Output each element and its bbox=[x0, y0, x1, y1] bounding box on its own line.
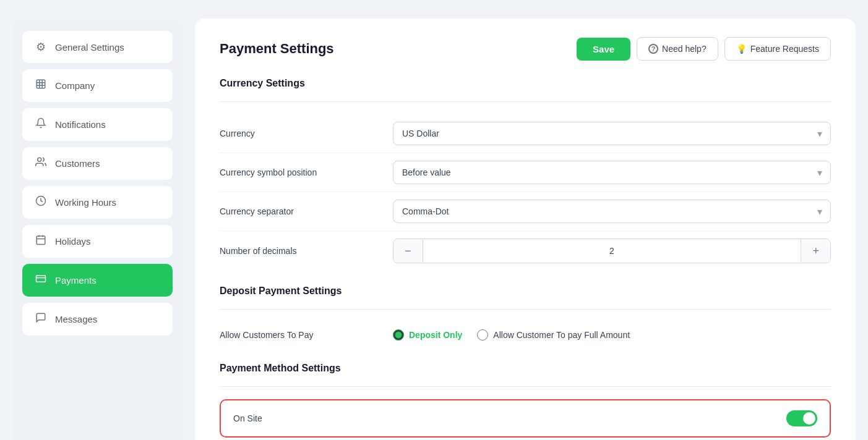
feature-label: Feature Requests bbox=[750, 44, 819, 54]
svg-rect-0 bbox=[37, 80, 45, 88]
sidebar-item-label: Company bbox=[55, 80, 95, 91]
sidebar-item-customers[interactable]: Customers bbox=[22, 147, 173, 180]
currency-separator-label: Currency separator bbox=[220, 206, 393, 216]
deposit-section-title: Deposit Payment Settings bbox=[220, 286, 831, 297]
currency-field-row: Currency US Dollar Euro British Pound Ca… bbox=[220, 114, 831, 153]
sidebar-item-label: Notifications bbox=[55, 119, 106, 130]
svg-point-5 bbox=[38, 158, 41, 161]
deposit-only-label: Deposit Only bbox=[409, 330, 462, 340]
deposit-settings-section: Deposit Payment Settings Allow Customers… bbox=[220, 286, 831, 348]
building-icon bbox=[34, 78, 48, 93]
allow-pay-row: Allow Customers To Pay Deposit Only Allo… bbox=[220, 322, 831, 348]
question-icon: ? bbox=[648, 44, 658, 54]
deposit-only-radio[interactable] bbox=[393, 329, 404, 341]
payment-icon bbox=[34, 273, 48, 287]
deposit-only-option[interactable]: Deposit Only bbox=[393, 329, 462, 341]
full-amount-label: Allow Customer To pay Full Amount bbox=[493, 330, 630, 340]
on-site-label: On Site bbox=[233, 413, 262, 423]
currency-position-label: Currency symbol position bbox=[220, 167, 393, 177]
sidebar-item-company[interactable]: Company bbox=[22, 69, 173, 102]
help-label: Need help? bbox=[662, 44, 707, 54]
currency-position-select-wrapper: Before value After value bbox=[393, 161, 831, 184]
bell-icon bbox=[34, 117, 48, 132]
currency-separator-control: Comma-Dot Dot-Comma Space-Comma bbox=[393, 200, 831, 223]
deposit-radio-group: Deposit Only Allow Customer To pay Full … bbox=[393, 329, 831, 341]
message-icon bbox=[34, 312, 48, 326]
currency-position-control: Before value After value bbox=[393, 161, 831, 184]
payment-method-section: Payment Method Settings On Site PayPal bbox=[220, 363, 831, 440]
currency-settings-section: Currency Settings Currency US Dollar Eur… bbox=[220, 78, 831, 271]
currency-separator-select-wrapper: Comma-Dot Dot-Comma Space-Comma bbox=[393, 200, 831, 223]
sidebar-item-holidays[interactable]: Holidays bbox=[22, 225, 173, 258]
allow-pay-label: Allow Customers To Pay bbox=[220, 330, 393, 340]
sidebar-item-label: Customers bbox=[55, 158, 100, 169]
decimals-input-wrapper: − 2 + bbox=[393, 239, 831, 263]
full-amount-radio[interactable] bbox=[477, 329, 488, 341]
decimals-row: Number of decimals − 2 + bbox=[220, 231, 831, 271]
decimals-value: 2 bbox=[423, 240, 802, 262]
currency-position-select[interactable]: Before value After value bbox=[393, 161, 831, 184]
sidebar-item-label: General Settings bbox=[55, 42, 124, 53]
currency-separator-row: Currency separator Comma-Dot Dot-Comma S… bbox=[220, 192, 831, 231]
on-site-slider bbox=[786, 410, 817, 426]
decimals-control: − 2 + bbox=[393, 239, 831, 263]
users-icon bbox=[34, 156, 48, 171]
on-site-method-row: On Site bbox=[220, 399, 831, 438]
lightbulb-icon: 💡 bbox=[736, 44, 747, 54]
sidebar-item-payments[interactable]: Payments bbox=[22, 264, 173, 297]
page-title: Payment Settings bbox=[220, 41, 334, 57]
payment-method-section-title: Payment Method Settings bbox=[220, 363, 831, 374]
sidebar-item-working-hours[interactable]: Working Hours bbox=[22, 186, 173, 219]
currency-select[interactable]: US Dollar Euro British Pound Canadian Do… bbox=[393, 122, 831, 145]
sidebar-item-messages[interactable]: Messages bbox=[22, 303, 173, 336]
page-header: Payment Settings Save ? Need help? 💡 Fea… bbox=[220, 37, 831, 61]
currency-separator-select[interactable]: Comma-Dot Dot-Comma Space-Comma bbox=[393, 200, 831, 223]
clock-icon bbox=[34, 195, 48, 209]
gear-icon bbox=[34, 40, 48, 54]
full-amount-option[interactable]: Allow Customer To pay Full Amount bbox=[477, 329, 630, 341]
sidebar-item-label: Payments bbox=[55, 275, 97, 286]
save-button[interactable]: Save bbox=[577, 38, 630, 61]
decimals-label: Number of decimals bbox=[220, 246, 393, 256]
feature-requests-button[interactable]: 💡 Feature Requests bbox=[724, 37, 831, 61]
sidebar-item-label: Messages bbox=[55, 314, 97, 324]
svg-rect-11 bbox=[37, 276, 46, 282]
currency-control: US Dollar Euro British Pound Canadian Do… bbox=[393, 122, 831, 145]
svg-rect-7 bbox=[37, 236, 45, 245]
sidebar-item-general-settings[interactable]: General Settings bbox=[22, 31, 173, 63]
sidebar-item-label: Holidays bbox=[55, 236, 91, 247]
sidebar-item-notifications[interactable]: Notifications bbox=[22, 108, 173, 141]
decimals-plus-button[interactable]: + bbox=[801, 239, 830, 263]
on-site-toggle[interactable] bbox=[786, 410, 817, 426]
calendar-icon bbox=[34, 234, 48, 248]
currency-select-wrapper: US Dollar Euro British Pound Canadian Do… bbox=[393, 122, 831, 145]
sidebar: General Settings Company Notifications bbox=[12, 19, 183, 440]
main-content: Payment Settings Save ? Need help? 💡 Fea… bbox=[195, 19, 856, 440]
decimals-minus-button[interactable]: − bbox=[393, 239, 423, 263]
currency-section-title: Currency Settings bbox=[220, 78, 831, 89]
currency-position-row: Currency symbol position Before value Af… bbox=[220, 153, 831, 192]
header-actions: Save ? Need help? 💡 Feature Requests bbox=[577, 37, 831, 61]
currency-label: Currency bbox=[220, 129, 393, 138]
allow-pay-control: Deposit Only Allow Customer To pay Full … bbox=[393, 329, 831, 341]
need-help-button[interactable]: ? Need help? bbox=[637, 37, 718, 61]
sidebar-item-label: Working Hours bbox=[55, 197, 116, 208]
